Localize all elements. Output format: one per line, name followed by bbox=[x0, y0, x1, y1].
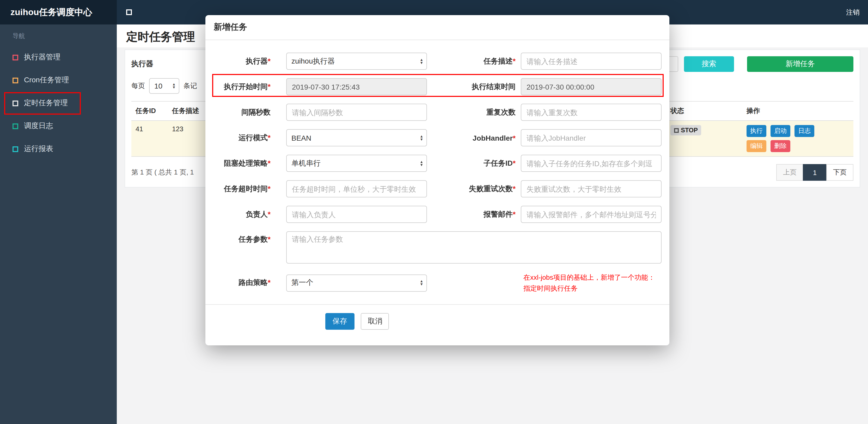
app-root: zuihou任务调度中心 注销 导航 执行器管理 Cron任务管理 定时任务管理… bbox=[0, 0, 868, 424]
sidebar: 导航 执行器管理 Cron任务管理 定时任务管理 调度日志 运行报表 bbox=[0, 25, 117, 424]
executor-select[interactable]: zuihou执行器 bbox=[286, 53, 427, 70]
add-task-button[interactable]: 新增任务 bbox=[747, 56, 854, 72]
brand-logo[interactable]: zuihou任务调度中心 bbox=[0, 0, 117, 25]
cancel-button[interactable]: 取消 bbox=[361, 313, 389, 330]
required-marker: * bbox=[513, 57, 516, 65]
timeout-label: 任务超时时间* bbox=[213, 184, 286, 194]
form-row-5: 阻塞处理策略* 单机串行 子任务ID* bbox=[213, 155, 661, 172]
executor-filter-label: 执行器 bbox=[131, 59, 153, 69]
sidebar-toggle-icon[interactable] bbox=[126, 9, 132, 15]
child-job-label: 子任务ID* bbox=[427, 159, 521, 168]
col-header-actions: 操作 bbox=[742, 101, 854, 121]
status-text: STOP bbox=[681, 127, 698, 134]
sidebar-item-label: 调度日志 bbox=[24, 121, 53, 131]
timeout-input[interactable] bbox=[286, 180, 427, 197]
stop-square-icon bbox=[674, 128, 679, 133]
sidebar-item-executor-manage[interactable]: 执行器管理 bbox=[0, 46, 117, 69]
modal-title: 新增任务 bbox=[206, 15, 670, 40]
form-row-1: 执行器* zuihou执行器 任务描述* bbox=[213, 53, 661, 70]
required-marker: * bbox=[513, 134, 516, 142]
required-marker: * bbox=[268, 235, 271, 243]
glue-type-select[interactable]: BEAN bbox=[286, 129, 427, 146]
repeat-label: 重复次数 bbox=[427, 107, 521, 117]
alarm-email-input[interactable] bbox=[521, 206, 661, 223]
route-strategy-select[interactable]: 第一个 bbox=[286, 274, 427, 291]
form-row-route: 路由策略* 第一个 在xxl-jobs项目的基础上，新增了一个功能： 指定时间执… bbox=[213, 272, 661, 294]
select-arrows-icon bbox=[420, 160, 423, 166]
modal-body: 执行器* zuihou执行器 任务描述* 执行开始时间* 执行结束时间 间隔秒数… bbox=[206, 40, 670, 294]
pager-buttons: 上页 1 下页 bbox=[777, 164, 854, 181]
form-row-dates: 执行开始时间* 执行结束时间 bbox=[213, 78, 661, 95]
job-desc-label: 任务描述* bbox=[427, 57, 521, 66]
page-1-button[interactable]: 1 bbox=[803, 164, 827, 181]
job-desc-input[interactable] bbox=[521, 53, 661, 70]
edit-button[interactable]: 编辑 bbox=[747, 140, 766, 152]
delete-button[interactable]: 删除 bbox=[771, 140, 790, 152]
sidebar-item-run-report[interactable]: 运行报表 bbox=[0, 137, 117, 160]
required-marker: * bbox=[268, 159, 271, 167]
status-badge: STOP bbox=[671, 125, 702, 135]
square-icon bbox=[12, 146, 18, 152]
route-strategy-select-value: 第一个 bbox=[291, 278, 313, 288]
select-arrows-icon bbox=[172, 83, 176, 89]
route-strategy-label: 路由策略* bbox=[213, 278, 286, 288]
cell-status: STOP bbox=[666, 121, 742, 157]
end-time-label: 执行结束时间 bbox=[427, 82, 521, 91]
required-marker: * bbox=[513, 184, 516, 192]
sidebar-item-dispatch-log[interactable]: 调度日志 bbox=[0, 115, 117, 137]
interval-input[interactable] bbox=[286, 104, 427, 121]
executor-select-value: zuihou执行器 bbox=[291, 57, 335, 66]
required-marker: * bbox=[268, 210, 271, 218]
executor-label: 执行器* bbox=[213, 57, 286, 66]
save-button[interactable]: 保存 bbox=[325, 313, 354, 330]
job-param-textarea[interactable] bbox=[286, 231, 661, 264]
required-marker: * bbox=[268, 133, 271, 141]
end-time-input[interactable] bbox=[521, 78, 661, 95]
alarm-email-label: 报警邮件* bbox=[427, 210, 521, 219]
col-header-job-id: 任务ID bbox=[131, 101, 168, 121]
child-job-input[interactable] bbox=[521, 155, 661, 172]
square-icon bbox=[12, 55, 18, 60]
log-button[interactable]: 日志 bbox=[795, 125, 814, 137]
job-handler-label: JobHandler* bbox=[427, 134, 521, 142]
next-page-button[interactable]: 下页 bbox=[826, 164, 854, 181]
sidebar-section-label: 导航 bbox=[0, 25, 117, 46]
block-strategy-select-value: 单机串行 bbox=[291, 159, 320, 168]
square-icon bbox=[12, 123, 18, 129]
search-button[interactable]: 搜索 bbox=[684, 56, 734, 72]
add-task-modal: 新增任务 执行器* zuihou执行器 任务描述* 执行开始时间* 执行结束时间 bbox=[206, 15, 670, 345]
glue-type-label: 运行模式* bbox=[213, 133, 286, 142]
glue-type-select-value: BEAN bbox=[291, 134, 311, 142]
select-arrows-icon bbox=[420, 280, 423, 286]
sidebar-item-label: 执行器管理 bbox=[24, 53, 60, 62]
required-marker: * bbox=[268, 82, 271, 90]
logout-link[interactable]: 注销 bbox=[846, 7, 868, 17]
start-button[interactable]: 启动 bbox=[771, 125, 790, 137]
required-marker: * bbox=[268, 57, 271, 65]
per-page-select[interactable]: 10 bbox=[149, 78, 179, 94]
execute-button[interactable]: 执行 bbox=[747, 125, 766, 137]
per-page-prefix-label: 每页 bbox=[131, 81, 145, 91]
per-page-value: 10 bbox=[154, 82, 162, 90]
repeat-input[interactable] bbox=[521, 104, 661, 121]
pagination-summary: 第 1 页 ( 总共 1 页, 1 bbox=[131, 168, 194, 177]
job-handler-input[interactable] bbox=[521, 129, 661, 146]
sidebar-item-label: 运行报表 bbox=[24, 144, 53, 154]
start-time-input[interactable] bbox=[286, 78, 427, 95]
sidebar-item-timed-task[interactable]: 定时任务管理 bbox=[0, 92, 117, 115]
square-icon bbox=[12, 77, 18, 83]
retry-input[interactable] bbox=[521, 180, 661, 197]
sidebar-item-cron-task[interactable]: Cron任务管理 bbox=[0, 69, 117, 92]
cell-job-id: 41 bbox=[131, 121, 168, 157]
form-row-4: 运行模式* BEAN JobHandler* bbox=[213, 129, 661, 146]
prev-page-button[interactable]: 上页 bbox=[776, 164, 803, 181]
job-param-label: 任务参数* bbox=[213, 231, 286, 244]
sidebar-item-label: 定时任务管理 bbox=[24, 98, 68, 108]
modal-footer: 保存 取消 bbox=[206, 304, 670, 345]
required-marker: * bbox=[513, 159, 516, 167]
owner-label: 负责人* bbox=[213, 210, 286, 219]
owner-input[interactable] bbox=[286, 206, 427, 223]
square-icon bbox=[12, 100, 18, 106]
form-row-param: 任务参数* bbox=[213, 231, 661, 264]
block-strategy-select[interactable]: 单机串行 bbox=[286, 155, 427, 172]
